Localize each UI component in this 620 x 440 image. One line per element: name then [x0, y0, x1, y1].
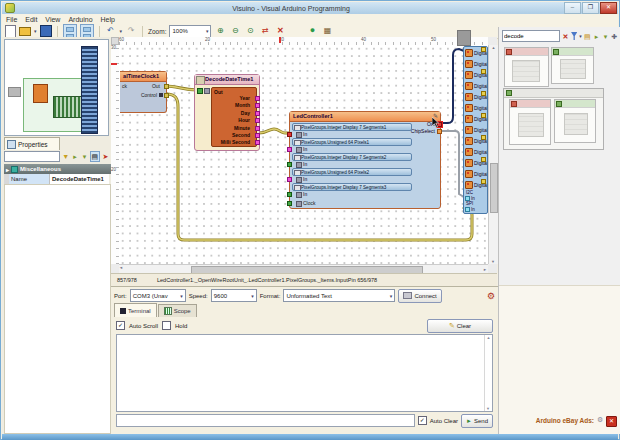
clock-pin[interactable] [287, 201, 292, 206]
open-dropdown-icon[interactable]: ▾ [34, 28, 37, 34]
digital-pin-row[interactable]: Digital [464, 157, 487, 168]
pin-icon[interactable]: ➤ [102, 152, 109, 161]
tab-properties[interactable]: Properties [4, 137, 60, 150]
zoom-in-icon[interactable]: ⊕ [214, 25, 226, 37]
output-pin[interactable] [255, 126, 260, 131]
menu-item[interactable]: Edit [25, 16, 37, 23]
component-card[interactable] [504, 47, 549, 87]
title-bar[interactable]: Visuino - Visual Arduino Programming – ❐… [2, 2, 618, 14]
digital-pin-row[interactable]: Digital [464, 80, 487, 91]
port-select[interactable]: COM3 (Unav▾ [130, 289, 186, 302]
arduino-board-strip[interactable]: Digital Digital Digital [463, 46, 488, 214]
expand-all-icon[interactable]: ▸ [593, 32, 600, 41]
component-card[interactable] [551, 47, 594, 84]
pixelgroup-bar[interactable]: PixelGroups.Integer Display 7 Segments3 [292, 183, 412, 191]
component-card[interactable] [509, 99, 551, 145]
digital-pin-row[interactable]: Digital [464, 179, 487, 190]
build-icon[interactable]: ● [306, 25, 318, 37]
new-document-icon[interactable] [5, 25, 16, 38]
digital-pin-row[interactable]: Digital [464, 113, 487, 124]
zoom-actual-icon[interactable]: ⊙ [244, 25, 256, 37]
palette-search-input[interactable] [502, 30, 560, 42]
filter-dropdown-icon[interactable]: ▾ [579, 33, 582, 39]
category-view-icon[interactable]: ▤ [584, 32, 591, 41]
group-header[interactable] [504, 89, 603, 98]
pixelgroup-bar[interactable]: PixelGroups.Unsigned 64 Pixels2 [292, 168, 412, 176]
speed-select[interactable]: 9600▾ [211, 289, 257, 302]
digital-pin-row[interactable]: Digital [464, 168, 487, 179]
terminal-output[interactable]: ▲ ▼ [116, 334, 493, 412]
digital-pin-row[interactable]: Digital [464, 124, 487, 135]
spi-pin-row[interactable]: In [464, 206, 487, 212]
digital-pin-row[interactable]: Digital [464, 91, 487, 102]
output-pin[interactable] [255, 103, 260, 108]
close-button[interactable]: ✕ [600, 2, 617, 14]
spi-pin[interactable] [465, 207, 470, 212]
filter-icon[interactable]: ▼ [62, 152, 69, 161]
minimize-button[interactable]: – [564, 2, 581, 14]
collapse-all-icon[interactable]: ▾ [81, 152, 88, 161]
auto-scroll-checkbox[interactable]: ✓ [116, 321, 125, 330]
scroll-up-icon[interactable]: ▲ [487, 335, 491, 340]
digital-pin-row[interactable]: Digital [464, 146, 487, 157]
clear-button[interactable]: ✎Clear [427, 319, 493, 333]
refresh-icon[interactable]: ⇄ [259, 25, 271, 37]
tab-terminal[interactable]: Terminal [114, 303, 157, 317]
in-pin[interactable] [287, 147, 292, 152]
in-pin[interactable] [287, 162, 292, 167]
output-pin[interactable] [255, 140, 260, 145]
filter-icon[interactable] [571, 32, 577, 40]
scroll-down-icon[interactable]: ▼ [491, 259, 495, 264]
component-card[interactable] [554, 99, 596, 143]
properties-filter-input[interactable] [4, 151, 60, 162]
undo-icon[interactable]: ↶ [105, 25, 117, 37]
vertical-scroll-thumb[interactable] [490, 163, 498, 213]
zoom-select[interactable]: 100%▾ [169, 25, 211, 38]
menu-item[interactable]: Help [101, 16, 115, 23]
output-pin[interactable] [255, 133, 260, 138]
in-pin[interactable] [287, 132, 292, 137]
vertical-scrollbar[interactable]: ▲ ▼ [488, 45, 498, 264]
pin-panel-icon[interactable]: ✚ [611, 32, 618, 41]
output-pin[interactable] [255, 111, 260, 116]
layout-toggle-b-icon[interactable] [80, 24, 94, 38]
digital-pin-row[interactable]: Digital [464, 47, 487, 58]
out-pin[interactable] [164, 84, 169, 89]
scroll-up-icon[interactable]: ▲ [492, 45, 496, 50]
format-select[interactable]: Unformatted Text▾ [283, 289, 395, 302]
menu-item[interactable]: View [45, 16, 60, 23]
digital-pin-row[interactable]: Digital [464, 69, 487, 80]
in-pin[interactable] [287, 192, 292, 197]
block-realtimeclock[interactable]: alTimeClock1 ck Out Control [120, 71, 167, 113]
collapse-all-icon[interactable]: ▾ [602, 32, 609, 41]
output-pin[interactable] [255, 118, 260, 123]
block-decodedatetime[interactable]: DecodeDateTime1 In Out Year [194, 74, 260, 151]
clear-search-icon[interactable]: ✕ [562, 32, 569, 41]
in-pin[interactable] [197, 88, 203, 94]
output-scrollbar[interactable]: ▲ ▼ [484, 335, 492, 411]
ads-tools-icon[interactable]: ⚙ [597, 416, 605, 424]
panel-grip[interactable] [457, 30, 471, 46]
output-pin[interactable] [255, 96, 260, 101]
zoom-out-icon[interactable]: ⊖ [229, 25, 241, 37]
menu-item[interactable]: Arduino [68, 16, 92, 23]
menu-item[interactable]: File [6, 16, 17, 23]
message-input[interactable] [116, 414, 415, 427]
block-ledcontroller[interactable]: LedController1 ✎ Out ChipSelect [289, 111, 441, 209]
scroll-down-icon[interactable]: ▼ [486, 406, 490, 411]
tab-scope[interactable]: Scope [158, 304, 197, 317]
in-pin[interactable] [287, 177, 292, 182]
expand-all-icon[interactable]: ▸ [71, 152, 78, 161]
undo-dropdown-icon[interactable]: ▾ [120, 28, 123, 34]
upload-icon[interactable]: ▦ [321, 25, 333, 37]
scroll-right-icon[interactable]: ► [483, 267, 487, 272]
redo-icon[interactable]: ↷ [125, 25, 137, 37]
tools-icon[interactable]: ⚙ [487, 291, 495, 301]
connect-button[interactable]: Connect [398, 289, 441, 303]
open-project-icon[interactable] [19, 27, 31, 36]
property-value-cell[interactable]: DecodeDateTime1 [50, 174, 109, 184]
layout-toggle-a-icon[interactable] [63, 24, 77, 38]
save-project-icon[interactable] [40, 25, 52, 37]
maximize-button[interactable]: ❐ [582, 2, 599, 14]
scroll-left-icon[interactable]: ◄ [119, 265, 123, 270]
